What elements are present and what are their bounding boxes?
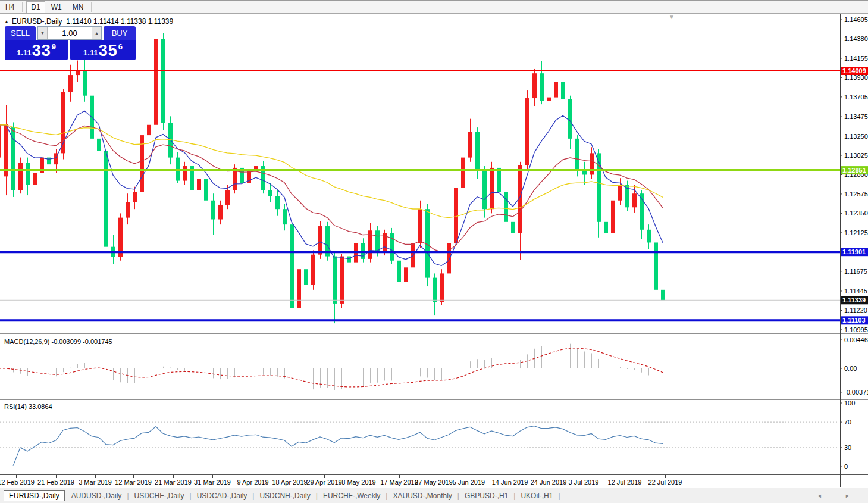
svg-text:8 May 2019: 8 May 2019 [341, 479, 375, 486]
macd-indicator-label: MACD(12,26,9) -0.003099 -0.001745 [4, 338, 112, 345]
svg-text:5 Jun 2019: 5 Jun 2019 [453, 479, 485, 486]
one-click-trading-panel: SELL ▼ ▲ BUY 1.11 33 9 1.11 35 6 [5, 26, 136, 60]
svg-text:12 Jul 2019: 12 Jul 2019 [608, 479, 642, 486]
tab-usdcad-daily[interactable]: USDCAD-,Daily [192, 491, 252, 501]
tab-separator: | [558, 492, 560, 500]
svg-text:12 Feb 2019: 12 Feb 2019 [0, 479, 35, 486]
timeframe-button-w1[interactable]: W1 [46, 1, 67, 13]
svg-text:-0.003715: -0.003715 [844, 389, 868, 396]
svg-text:12 Mar 2019: 12 Mar 2019 [115, 479, 152, 486]
tab-audusd-daily[interactable]: AUDUSD-,Daily [67, 491, 127, 501]
svg-text:1.11339: 1.11339 [842, 296, 866, 304]
svg-text:1.11901: 1.11901 [842, 248, 866, 255]
volume-decrease-button[interactable]: ▼ [38, 27, 48, 39]
svg-text:1.12125: 1.12125 [844, 229, 868, 236]
volume-input[interactable] [48, 27, 92, 39]
tab-separator: | [386, 492, 387, 500]
tab-eurusd-daily[interactable]: EURUSD-,Daily [4, 490, 65, 501]
volume-increase-button[interactable]: ▲ [92, 27, 101, 39]
svg-text:1.13025: 1.13025 [844, 152, 868, 159]
tab-scroll-buttons[interactable]: ◄ ► [817, 493, 861, 499]
macd-layer [0, 342, 663, 390]
bid-price-pip: 9 [52, 42, 56, 51]
svg-text:1.12350: 1.12350 [844, 210, 868, 217]
svg-text:1.13705: 1.13705 [844, 93, 868, 101]
rsi-layer [0, 422, 840, 466]
svg-text:1.13930: 1.13930 [844, 74, 868, 81]
ask-price-panel[interactable]: 1.11 35 6 [70, 40, 136, 60]
svg-text:1.14380: 1.14380 [844, 35, 868, 42]
symbol-tab-bar: EURUSD-,Daily AUDUSD-,Daily| USDCHF-,Dai… [0, 488, 868, 503]
toolbar-separator [91, 2, 92, 12]
svg-text:1.14155: 1.14155 [844, 55, 868, 62]
candles-layer [0, 30, 665, 329]
tab-gbpusd-h1[interactable]: GBPUSD-,H1 [460, 491, 513, 501]
svg-text:1.10995: 1.10995 [844, 326, 868, 333]
svg-text:1.12851: 1.12851 [842, 167, 866, 174]
svg-text:17 May 2019: 17 May 2019 [380, 479, 418, 486]
buy-button[interactable]: BUY [104, 26, 136, 40]
svg-text:27 May 2019: 27 May 2019 [415, 479, 453, 486]
svg-text:1.13475: 1.13475 [844, 113, 868, 120]
svg-text:100: 100 [844, 399, 855, 407]
svg-text:1.14009: 1.14009 [842, 67, 866, 74]
svg-text:70: 70 [844, 418, 851, 426]
tab-separator: | [316, 492, 318, 500]
tab-usdchf-daily[interactable]: USDCHF-,Daily [130, 491, 189, 501]
price-axis: 1.146051.143801.141551.139301.137051.134… [840, 16, 868, 470]
toolbar-separator [22, 2, 23, 12]
title-marker-icon: ▲ [4, 19, 9, 24]
svg-text:3 Jul 2019: 3 Jul 2019 [569, 479, 599, 486]
timeframe-button-h4[interactable]: H4 [1, 1, 19, 13]
chart-canvas: 1.146051.143801.141551.139301.137051.134… [0, 0, 868, 503]
sell-button[interactable]: SELL [5, 26, 36, 40]
chart-title-text: EURUSD-,Daily 1.11410 1.11414 1.11338 1.… [12, 17, 173, 26]
time-axis: 12 Feb 201921 Feb 20193 Mar 201912 Mar 2… [0, 475, 682, 486]
svg-text:9 Apr 2019: 9 Apr 2019 [237, 479, 268, 486]
volume-stepper: ▼ ▲ [37, 26, 102, 40]
rsi-indicator-label: RSI(14) 33.0864 [4, 403, 52, 410]
svg-text:1.11220: 1.11220 [844, 307, 867, 314]
ask-price-pip: 6 [118, 42, 123, 51]
svg-text:31 Mar 2019: 31 Mar 2019 [194, 479, 231, 486]
svg-text:1.12575: 1.12575 [844, 190, 868, 198]
svg-text:3 Mar 2019: 3 Mar 2019 [79, 479, 112, 486]
svg-text:1.13250: 1.13250 [844, 133, 868, 140]
svg-text:14 Jun 2019: 14 Jun 2019 [492, 479, 528, 486]
bid-price-big: 33 [32, 43, 51, 59]
tab-separator: | [513, 492, 515, 500]
chart-shift-marker-icon[interactable]: ▼ [669, 14, 675, 20]
timeframe-button-mn[interactable]: MN [68, 1, 89, 13]
bid-price-prefix: 1.11 [17, 48, 32, 57]
svg-text:1.11103: 1.11103 [842, 317, 866, 324]
svg-text:18 Apr 2019: 18 Apr 2019 [272, 479, 307, 486]
tab-eurchf-weekly[interactable]: EURCHF-,Weekly [318, 491, 385, 501]
tab-separator: | [457, 492, 459, 500]
svg-text:1.14605: 1.14605 [844, 16, 868, 23]
timeframe-toolbar: H4 D1 W1 MN [0, 0, 868, 14]
chart-title: ▲ EURUSD-,Daily 1.11410 1.11414 1.11338 … [4, 17, 173, 26]
svg-text:22 Jul 2019: 22 Jul 2019 [648, 479, 682, 486]
timeframe-button-d1[interactable]: D1 [26, 1, 45, 13]
tab-separator: | [252, 492, 254, 500]
svg-text:0.00: 0.00 [844, 365, 857, 372]
ask-price-prefix: 1.11 [83, 48, 98, 57]
svg-text:30: 30 [844, 444, 851, 451]
svg-text:24 Jun 2019: 24 Jun 2019 [531, 479, 567, 486]
svg-text:1.11675: 1.11675 [844, 268, 867, 275]
svg-text:0.004465: 0.004465 [844, 336, 868, 343]
tab-ukoil-h1[interactable]: UKOil-,H1 [516, 491, 557, 501]
bid-price-panel[interactable]: 1.11 33 9 [5, 40, 68, 60]
tab-separator: | [127, 492, 129, 500]
ask-price-big: 35 [99, 43, 118, 59]
svg-text:0: 0 [844, 463, 848, 470]
tab-usdcnh-daily[interactable]: USDCNH-,Daily [255, 491, 315, 501]
svg-text:29 Apr 2019: 29 Apr 2019 [306, 479, 341, 486]
tab-xauusd-monthly[interactable]: XAUUSD-,Monthly [388, 491, 456, 501]
svg-text:1.11445: 1.11445 [844, 288, 867, 295]
svg-text:21 Mar 2019: 21 Mar 2019 [155, 479, 192, 486]
tab-separator: | [190, 492, 192, 500]
ma-line-8 [0, 111, 663, 265]
svg-text:21 Feb 2019: 21 Feb 2019 [37, 479, 74, 486]
